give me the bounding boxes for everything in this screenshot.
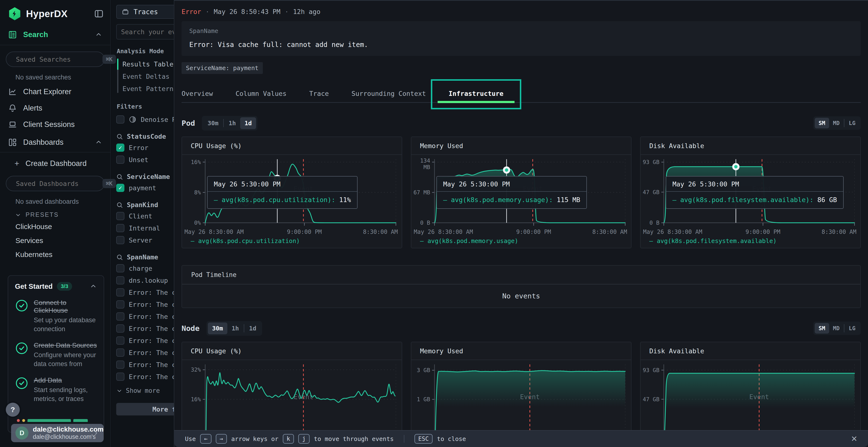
filter-option[interactable]: dns.lookup <box>116 274 174 286</box>
node-cpu-chart[interactable]: 32%16%Event <box>205 365 396 430</box>
filter-option[interactable]: Client <box>116 210 174 222</box>
user-menu[interactable]: D dale@clickhouse.com dale@clickhouse.co… <box>11 424 104 442</box>
filter-group-statuscode[interactable]: StatusCode <box>116 133 174 140</box>
pod-section-header: Pod 30m 1h 1d SM MD LG <box>182 115 861 131</box>
filter-option[interactable]: Error: The cr <box>116 371 174 383</box>
checkbox[interactable] <box>116 276 124 284</box>
close-panel-button[interactable]: ✕ <box>851 434 858 443</box>
svg-text:16%: 16% <box>191 159 201 165</box>
create-dashboard-button[interactable]: + Create Dashboard <box>0 155 111 172</box>
chevron-up-icon[interactable] <box>90 283 97 290</box>
range-1h-button[interactable]: 1h <box>227 322 243 334</box>
tab-infrastructure[interactable]: Infrastructure <box>438 85 515 102</box>
checkbox[interactable] <box>116 373 124 381</box>
filter-group-servicename[interactable]: ServiceName <box>116 173 174 180</box>
size-md-button[interactable]: MD <box>829 323 844 334</box>
checkbox[interactable] <box>116 337 124 345</box>
checkbox[interactable] <box>116 348 124 357</box>
filter-group-spankind[interactable]: SpanKind <box>116 201 174 209</box>
pod-memory-chart[interactable]: 134MB67 MB0 BEventMay 26 8:30:00 AM9:00:… <box>434 159 625 223</box>
sidebar-item-kubernetes[interactable]: Kubernetes <box>0 248 111 262</box>
filter-option[interactable]: Unset <box>116 153 174 166</box>
range-1d-button[interactable]: 1d <box>245 322 261 334</box>
get-started-item[interactable]: Add Data Start sending logs, metrics, or… <box>15 376 97 403</box>
checkbox[interactable] <box>116 264 124 272</box>
mode-event-patterns[interactable]: Event Patterns <box>123 82 174 95</box>
range-30m-button[interactable]: 30m <box>203 117 223 129</box>
presets-toggle[interactable]: PRESETS <box>0 208 111 220</box>
tab-trace[interactable]: Trace <box>309 85 329 102</box>
sidebar-item-alerts[interactable]: Alerts <box>0 100 111 116</box>
checkbox[interactable] <box>116 224 124 232</box>
checkbox[interactable] <box>116 300 124 309</box>
checkbox[interactable] <box>116 156 124 164</box>
tab-column-values[interactable]: Column Values <box>236 85 286 102</box>
checkbox[interactable] <box>116 115 124 124</box>
sidebar-item-services[interactable]: Services <box>0 234 111 248</box>
node-section-header: Node 30m 1h 1d SM MD LG <box>182 320 861 336</box>
node-disk-chart[interactable]: 93 GB47 GBEvent <box>664 365 855 430</box>
saved-dashboards-input[interactable] <box>16 180 99 187</box>
filter-option[interactable]: Error: The cr <box>116 347 174 358</box>
presets-label: PRESETS <box>26 211 59 218</box>
filter-option[interactable]: Error: The cr <box>116 335 174 347</box>
saved-searches-search[interactable]: ⌘K <box>6 51 105 67</box>
chart-canvas: 93 GB47 GBEvent <box>664 365 855 430</box>
collapse-sidebar-icon[interactable] <box>94 9 104 19</box>
service-name-tag[interactable]: ServiceName: payment <box>182 62 263 74</box>
filter-option[interactable]: Error: The cr <box>116 358 174 371</box>
checkbox[interactable] <box>116 236 124 244</box>
mode-results-table[interactable]: Results Table <box>123 58 174 70</box>
size-md-button[interactable]: MD <box>829 118 844 128</box>
size-sm-button[interactable]: SM <box>815 118 829 128</box>
range-1h-button[interactable]: 1h <box>224 117 240 129</box>
size-sm-button[interactable]: SM <box>815 323 829 334</box>
size-lg-button[interactable]: LG <box>845 118 859 128</box>
filter-option[interactable]: Error: The cr <box>116 310 174 322</box>
mode-event-deltas[interactable]: Event Deltas <box>123 70 174 82</box>
filter-option[interactable]: ✓Error <box>116 142 174 153</box>
checkbox[interactable] <box>116 312 124 320</box>
filter-option[interactable]: Error: The cr <box>116 299 174 310</box>
checkbox[interactable] <box>116 212 124 220</box>
checkbox[interactable] <box>116 324 124 333</box>
sidebar-item-search[interactable]: Search <box>0 27 111 45</box>
tab-surrounding-context[interactable]: Surrounding Context <box>351 85 426 102</box>
saved-searches-input[interactable] <box>16 56 99 63</box>
event-search-input[interactable] <box>116 24 174 39</box>
checkbox-checked[interactable]: ✓ <box>116 143 124 152</box>
saved-dashboards-search[interactable]: ⌘K <box>6 176 105 191</box>
filter-option[interactable]: ✓payment <box>116 182 174 194</box>
node-charts-row: CPU Usage (%) 32%16%Event Memory Used 3 … <box>182 342 861 430</box>
range-30m-button[interactable]: 30m <box>208 322 227 334</box>
filter-group-spanname[interactable]: SpanName <box>116 253 174 261</box>
svg-text:1 GB: 1 GB <box>417 396 430 403</box>
source-select[interactable]: Traces <box>116 5 174 19</box>
filter-option[interactable]: Server <box>116 234 174 246</box>
help-button[interactable]: ? <box>6 403 20 417</box>
filter-option[interactable]: charge <box>116 262 174 274</box>
range-1d-button[interactable]: 1d <box>240 117 256 129</box>
svg-text:8:30:00 AM: 8:30:00 AM <box>363 229 398 235</box>
checkbox-checked[interactable]: ✓ <box>116 184 124 192</box>
node-memory-chart[interactable]: 3 GB1 GBEvent <box>434 365 625 430</box>
show-more-button[interactable]: Show more <box>116 387 174 394</box>
filter-option[interactable]: Internal <box>116 222 174 234</box>
filter-option[interactable]: Error: The cr <box>116 322 174 335</box>
sidebar-item-client-sessions[interactable]: Client Sessions <box>0 116 111 133</box>
span-name-label: SpanName <box>189 28 853 34</box>
pod-cpu-chart[interactable]: 16%8%0%EventMay 26 8:30:00 AM9:00:00 PM8… <box>205 159 396 223</box>
more-filters-button[interactable]: More fil <box>116 403 174 415</box>
checkbox[interactable] <box>116 360 124 369</box>
sidebar-item-dashboards[interactable]: Dashboards <box>0 134 111 152</box>
size-lg-button[interactable]: LG <box>845 323 859 334</box>
denoise-filter[interactable]: Denoise Re <box>116 113 174 126</box>
sidebar-item-clickhouse[interactable]: ClickHouse <box>0 220 111 234</box>
pod-disk-chart[interactable]: 93 GB47 GB0 BEventMay 26 8:30:00 AM9:00:… <box>664 159 855 223</box>
tab-overview[interactable]: Overview <box>182 85 213 102</box>
get-started-item[interactable]: Create Data Sources Configure where your… <box>15 342 97 368</box>
sidebar-item-chart-explorer[interactable]: Chart Explorer <box>0 83 111 100</box>
get-started-item[interactable]: Connect to ClickHouse Set up your databa… <box>15 299 97 333</box>
filter-option[interactable]: Error: The cr <box>116 286 174 299</box>
checkbox[interactable] <box>116 288 124 297</box>
